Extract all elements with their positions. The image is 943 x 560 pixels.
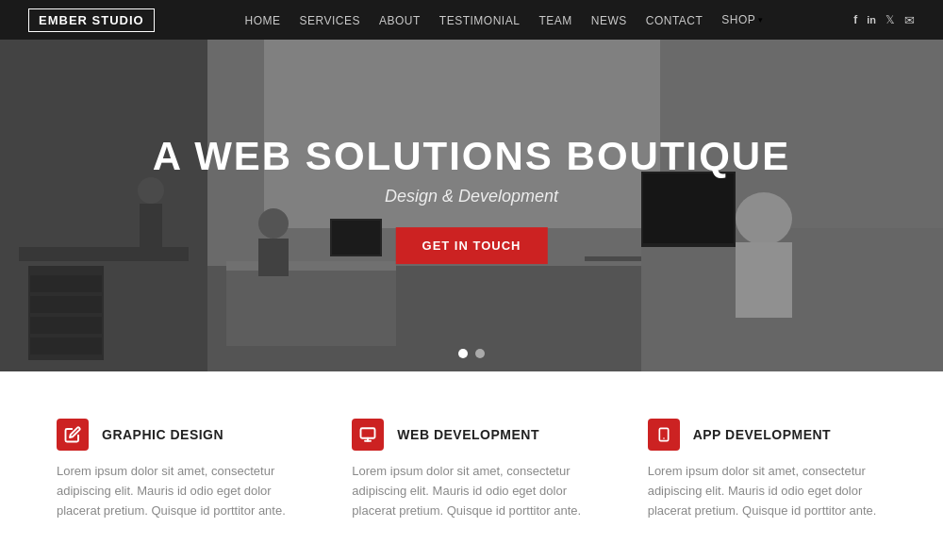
hero-content: A WEB SOLUTIONS BOUTIQUE Design & Develo… bbox=[153, 134, 790, 264]
hero-pagination bbox=[458, 349, 485, 358]
nav-links: HOME SERVICES ABOUT TESTIMONIAL TEAM NEW… bbox=[245, 11, 764, 28]
service-app-development: APP DEVELOPMENT Lorem ipsum dolor sit am… bbox=[648, 419, 886, 520]
nav-item-shop[interactable]: SHOP ▾ bbox=[721, 13, 763, 26]
nav-item-services[interactable]: SERVICES bbox=[300, 11, 360, 28]
facebook-icon[interactable]: f bbox=[853, 13, 857, 26]
hero-title: A WEB SOLUTIONS BOUTIQUE bbox=[153, 134, 790, 179]
service-web-development: WEB DEVELOPMENT Lorem ipsum dolor sit am… bbox=[352, 419, 590, 520]
phone-icon bbox=[648, 419, 680, 451]
logo[interactable]: EMBER STUDIO bbox=[28, 8, 155, 32]
pencil-icon bbox=[57, 419, 89, 451]
monitor-icon bbox=[352, 419, 384, 451]
nav-item-news[interactable]: NEWS bbox=[591, 11, 627, 28]
email-icon[interactable]: ✉ bbox=[904, 13, 915, 27]
hero-dot-2[interactable] bbox=[475, 349, 485, 358]
twitter-icon[interactable]: 𝕏 bbox=[885, 13, 895, 26]
service-header-graphic: GRAPHIC DESIGN bbox=[57, 419, 295, 451]
hero-dot-1[interactable] bbox=[458, 349, 468, 358]
nav-item-testimonial[interactable]: TESTIMONIAL bbox=[439, 11, 521, 28]
service-header-web: WEB DEVELOPMENT bbox=[352, 419, 590, 451]
graphic-design-title: GRAPHIC DESIGN bbox=[102, 427, 223, 442]
navbar: EMBER STUDIO HOME SERVICES ABOUT TESTIMO… bbox=[0, 0, 943, 40]
get-in-touch-button[interactable]: GET IN TOUCH bbox=[396, 227, 548, 264]
service-graphic-design: GRAPHIC DESIGN Lorem ipsum dolor sit ame… bbox=[57, 419, 295, 520]
services-section: GRAPHIC DESIGN Lorem ipsum dolor sit ame… bbox=[0, 371, 943, 560]
nav-item-team[interactable]: TEAM bbox=[538, 11, 571, 28]
app-development-text: Lorem ipsum dolor sit amet, consectetur … bbox=[648, 462, 886, 520]
hero-section: A WEB SOLUTIONS BOUTIQUE Design & Develo… bbox=[0, 40, 943, 371]
graphic-design-text: Lorem ipsum dolor sit amet, consectetur … bbox=[57, 462, 295, 520]
chevron-down-icon: ▾ bbox=[758, 15, 763, 25]
nav-item-home[interactable]: HOME bbox=[245, 11, 281, 28]
linkedin-icon[interactable]: in bbox=[867, 14, 876, 25]
nav-item-about[interactable]: ABOUT bbox=[379, 11, 421, 28]
social-links: f in 𝕏 ✉ bbox=[853, 13, 915, 27]
service-header-app: APP DEVELOPMENT bbox=[648, 419, 886, 451]
app-development-title: APP DEVELOPMENT bbox=[693, 427, 832, 442]
svg-rect-24 bbox=[361, 428, 375, 438]
web-development-text: Lorem ipsum dolor sit amet, consectetur … bbox=[352, 462, 590, 520]
hero-subtitle: Design & Development bbox=[153, 187, 790, 206]
nav-item-contact[interactable]: CONTACT bbox=[646, 11, 703, 28]
web-development-title: WEB DEVELOPMENT bbox=[397, 427, 539, 442]
